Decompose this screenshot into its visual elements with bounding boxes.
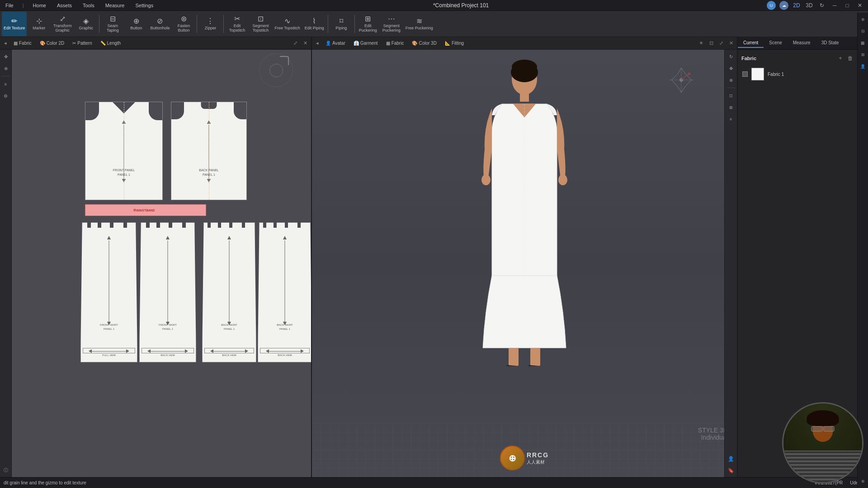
assets-menu[interactable]: Assets [55,2,74,9]
free-puckering-tool[interactable]: ≋ Free Puckering [404,12,435,36]
pattern-piece-skirt-bl[interactable] [202,222,256,362]
window-controls: U ☁ 2D 3D ↻ ─ □ ✕ [767,1,864,10]
seam-taping-icon: ⊟ [110,15,116,23]
tab-avatar[interactable]: 👤 Avatar [322,39,349,47]
edit-piping-tool[interactable]: ⌇ Edit Piping [303,12,326,36]
tab-color-2d[interactable]: 🎨 Color 2D [36,39,68,47]
close-2d-icon[interactable]: ✕ [301,39,309,47]
rrcg-emblem: ⊕ [500,446,525,470]
buttonhole-label: Buttonhole [150,26,170,30]
fabric-item-1[interactable]: Fabric 1 [741,66,865,82]
zoom-3d-icon[interactable]: ⊕ [726,75,736,85]
tab-fabric-2d[interactable]: ▦ Fabric [10,39,35,47]
fabric-checkbox-1[interactable] [742,71,748,77]
person-icon[interactable]: 👤 [726,454,736,464]
pattern-canvas[interactable]: FRONT PANEL PANEL 1 BAC [0,50,311,477]
bookmark-icon[interactable]: 🔖 [726,465,736,475]
pattern-piece-skirt-fl[interactable] [80,222,137,362]
camera-icon[interactable]: ⊡ [707,39,715,47]
pattern-piece-skirt-br[interactable] [258,222,311,362]
sidebar-icon-2[interactable]: ⊟ [858,26,868,36]
info-2d-icon[interactable]: ⓘ [1,465,11,475]
xray-3d-icon[interactable]: ⊠ [726,103,736,113]
sidebar-icon-4[interactable]: ⊞ [858,50,868,60]
tab-garment[interactable]: 👔 Garment [350,39,382,47]
home-menu[interactable]: Home [31,2,48,9]
zipper-tool[interactable]: ⋮ Zipper [199,12,222,36]
edit-topstitch-tool[interactable]: ✂ Edit Topstitch [226,12,248,36]
menu-bar: File | Home Assets Tools Measure Setting… [0,0,868,11]
settings-2d-icon[interactable]: ⚙ [1,91,11,101]
minimize-icon[interactable]: ─ [830,1,839,10]
button-tool[interactable]: ⊕ Button [125,12,147,36]
sidebar-icon-3[interactable]: ▦ [858,38,868,48]
user-icon[interactable]: U [767,1,776,10]
segment-puckering-tool[interactable]: ⋯ Segment Puckering [380,12,403,36]
free-topstitch-tool[interactable]: ∿ Free Topstitch [273,12,302,36]
add-fabric-icon[interactable]: + [836,54,844,62]
fasten-button-tool[interactable]: ⊛ Fasten Button [172,12,195,36]
right-panel-collapse[interactable]: ◂ [314,40,321,47]
measure-menu[interactable]: Measure [104,2,127,9]
close-3d-icon[interactable]: ✕ [727,39,735,47]
edit-puckering-tool[interactable]: ⊞ Edit Puckering [357,12,379,36]
sidebar-tab-current[interactable]: Current [738,38,764,48]
measure-3d-icon[interactable]: ⊡ [726,91,736,101]
layers-3d-icon[interactable]: ≡ [726,114,736,124]
tab-fabric-3d[interactable]: ▦ Fabric [382,39,408,47]
delete-fabric-icon[interactable]: 🗑 [846,54,854,62]
pattern-piece-waistband[interactable]: WAISTBAND [85,204,206,216]
tab-pattern[interactable]: ✂ Pattern [69,39,95,47]
tab-length[interactable]: 📏 Length [97,39,125,47]
file-menu[interactable]: File [4,2,15,9]
left-panel-collapse[interactable]: ◂ [2,40,9,47]
sidebar-icon-1[interactable]: ⊕ [858,14,868,24]
sidebar-tab-3dstate[interactable]: 3D State [816,38,844,48]
layers-2d-icon[interactable]: ≡ [1,79,11,89]
person-glasses [811,426,835,432]
pattern-piece-skirt-fr[interactable] [139,222,196,362]
fabric-2d-icon: ▦ [14,41,18,46]
marker-tool[interactable]: ⊹ Marker [28,12,50,36]
tab-fitting[interactable]: 📐 Fitting [441,39,467,47]
svg-rect-6 [509,348,519,366]
piping-label: Piping [335,26,347,30]
mode-3d[interactable]: 3D [805,1,814,10]
sidebar-tab-scene[interactable]: Scene [764,38,787,48]
piping-tool[interactable]: ⌑ Piping [330,12,353,36]
refresh-icon[interactable]: ↻ [817,1,826,10]
settings-menu[interactable]: Settings [133,2,155,9]
segment-topstitch-tool[interactable]: ⊡ Segment Topstitch [249,12,272,36]
pattern-piece-bodice-front[interactable]: FRONT PANEL PANEL 1 [85,102,163,200]
maximize-icon[interactable]: □ [843,1,852,10]
close-icon[interactable]: ✕ [855,1,864,10]
buttonhole-tool[interactable]: ⊘ Buttonhole [148,12,171,36]
zoom-2d-icon[interactable]: ⊕ [1,63,11,73]
icon-sep-3d [727,88,735,88]
viewport-3d[interactable]: STYLE 3D Individual ⊕ RRCG 人人素材 ↻ [312,50,737,477]
sidebar-icon-person[interactable]: 👤 [858,61,868,71]
toolbar-sep-2 [197,15,197,33]
sidebar-tab-measure[interactable]: Measure [788,38,816,48]
graphic-tool[interactable]: ◈ Graphic [75,12,97,36]
maximize-2d-icon[interactable]: ⤢ [291,39,299,47]
maximize-3d-icon[interactable]: ⤢ [717,39,725,47]
edit-texture-tool[interactable]: ✏ Edit Texture [2,12,27,36]
tab-color-3d[interactable]: 🎨 Color 3D [408,39,440,47]
right-panel-toolbar-icons: ☀ ⊡ ⤢ ✕ [697,39,735,47]
edit-puckering-icon: ⊞ [365,15,371,23]
mode-2d[interactable]: 2D [792,1,801,10]
pan-3d-icon[interactable]: ✥ [726,63,736,73]
pattern-piece-bodice-back[interactable]: BACK PANEL PANEL 1 [171,102,247,200]
light-icon[interactable]: ☀ [697,39,705,47]
tools-menu[interactable]: Tools [81,2,96,9]
rotate-3d-icon[interactable]: ↻ [726,52,736,61]
graphic-icon: ◈ [83,18,89,25]
segment-puckering-icon: ⋯ [388,15,395,23]
pattern-icon: ✂ [72,41,76,46]
seam-taping-tool[interactable]: ⊟ Seam Taping [101,12,124,36]
pan-2d-icon[interactable]: ✥ [1,52,11,61]
transform-graphic-tool[interactable]: ⤢ Transform Graphic [51,12,74,36]
zipper-label: Zipper [205,26,217,30]
cloud-icon[interactable]: ☁ [779,1,788,10]
